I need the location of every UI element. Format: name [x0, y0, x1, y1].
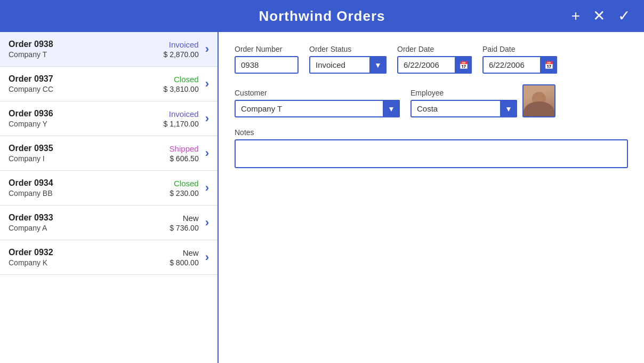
- order-info: Order 0936 Company Y: [9, 109, 164, 128]
- order-date-group: Order Date 📅: [397, 45, 472, 74]
- employee-select-wrapper: Costa ▼: [410, 100, 517, 117]
- paid-date-wrapper: 📅: [482, 56, 557, 74]
- order-chevron-icon[interactable]: ›: [205, 216, 209, 230]
- order-amount: $ 800.00: [170, 258, 199, 267]
- order-company: Company Y: [9, 120, 164, 128]
- close-button[interactable]: ✕: [590, 7, 608, 25]
- order-status-select-wrapper: NewInvoicedShippedClosed ▼: [309, 56, 387, 74]
- order-amount: $ 1,170.00: [164, 120, 199, 128]
- order-info: Order 0932 Company K: [9, 248, 170, 267]
- order-status: Shipped: [170, 144, 199, 153]
- order-chevron-icon[interactable]: ›: [205, 181, 209, 195]
- employee-label: Employee: [410, 89, 517, 97]
- order-number-group: Order Number: [235, 45, 299, 74]
- employee-select[interactable]: Costa: [410, 100, 517, 117]
- order-company: Company I: [9, 154, 170, 163]
- order-list-item[interactable]: Order 0932 Company K New $ 800.00 ›: [0, 240, 218, 275]
- order-chevron-icon[interactable]: ›: [205, 250, 209, 264]
- order-status: Invoiced: [169, 40, 199, 49]
- paid-date-label: Paid Date: [482, 45, 557, 53]
- order-number-label: Order Number: [235, 45, 299, 53]
- order-info: Order 0933 Company A: [9, 213, 170, 232]
- order-date-label: Order Date: [397, 45, 472, 53]
- order-company: Company T: [9, 50, 164, 59]
- order-name: Order 0934: [9, 178, 170, 188]
- paid-date-group: Paid Date 📅: [482, 45, 557, 74]
- main-content: Order 0938 Company T Invoiced $ 2,870.00…: [0, 32, 644, 363]
- notes-textarea[interactable]: [235, 139, 628, 168]
- order-info: Order 0938 Company T: [9, 40, 164, 59]
- order-status: New: [183, 214, 199, 223]
- order-right: Closed $ 230.00: [170, 179, 199, 198]
- confirm-button[interactable]: ✓: [615, 7, 633, 25]
- order-chevron-icon[interactable]: ›: [205, 112, 209, 125]
- order-list-item[interactable]: Order 0936 Company Y Invoiced $ 1,170.00…: [0, 101, 218, 136]
- order-chevron-icon[interactable]: ›: [205, 42, 209, 56]
- order-name: Order 0933: [9, 213, 170, 223]
- order-name: Order 0936: [9, 109, 164, 119]
- employee-select-group: Employee Costa ▼: [410, 89, 517, 117]
- employee-photo: [522, 84, 556, 117]
- order-name: Order 0938: [9, 40, 164, 49]
- order-right: New $ 736.00: [170, 214, 199, 232]
- form-row-2: Customer Company TCompany CCCompany YCom…: [235, 84, 628, 117]
- order-company: Company BB: [9, 189, 170, 198]
- customer-group: Customer Company TCompany CCCompany YCom…: [235, 89, 400, 117]
- order-name: Order 0937: [9, 74, 164, 84]
- order-company: Company A: [9, 224, 170, 232]
- app-title: Northwind Orders: [259, 8, 385, 25]
- customer-select-wrapper: Company TCompany CCCompany YCompany ICom…: [235, 100, 400, 117]
- notes-label: Notes: [235, 128, 628, 137]
- order-status: New: [183, 248, 199, 257]
- order-chevron-icon[interactable]: ›: [205, 146, 209, 160]
- order-list-item[interactable]: Order 0935 Company I Shipped $ 606.50 ›: [0, 136, 218, 171]
- order-chevron-icon[interactable]: ›: [205, 77, 209, 91]
- employee-photo-img: [524, 85, 554, 116]
- order-list-item[interactable]: Order 0938 Company T Invoiced $ 2,870.00…: [0, 32, 218, 67]
- order-company: Company CC: [9, 85, 164, 93]
- app-container: Northwind Orders + ✕ ✓ Order 0938 Compan…: [0, 0, 644, 363]
- order-status: Invoiced: [169, 109, 199, 119]
- order-status-label: Order Status: [309, 45, 387, 53]
- add-button[interactable]: +: [568, 7, 583, 25]
- order-date-calendar-icon[interactable]: 📅: [455, 56, 472, 74]
- order-info: Order 0937 Company CC: [9, 74, 164, 93]
- order-company: Company K: [9, 258, 170, 267]
- order-right: Closed $ 3,810.00: [164, 75, 199, 93]
- order-info: Order 0934 Company BB: [9, 178, 170, 198]
- order-status-group: Order Status NewInvoicedShippedClosed ▼: [309, 45, 387, 74]
- order-date-wrapper: 📅: [397, 56, 472, 74]
- order-status: Closed: [174, 179, 199, 188]
- order-right: Invoiced $ 2,870.00: [164, 40, 199, 59]
- order-list-item[interactable]: Order 0937 Company CC Closed $ 3,810.00 …: [0, 67, 218, 101]
- header-actions: + ✕ ✓: [568, 7, 633, 25]
- customer-select[interactable]: Company TCompany CCCompany YCompany ICom…: [235, 100, 400, 117]
- order-number-input[interactable]: [235, 56, 299, 74]
- customer-label: Customer: [235, 89, 400, 97]
- order-name: Order 0935: [9, 144, 170, 153]
- order-info: Order 0935 Company I: [9, 144, 170, 163]
- detail-panel: Order Number Order Status NewInvoicedShi…: [219, 32, 644, 363]
- order-list-item[interactable]: Order 0933 Company A New $ 736.00 ›: [0, 206, 218, 240]
- order-right: Shipped $ 606.50: [170, 144, 199, 163]
- order-status: Closed: [174, 75, 199, 84]
- notes-group: Notes: [235, 128, 628, 168]
- order-right: Invoiced $ 1,170.00: [164, 109, 199, 128]
- app-header: Northwind Orders + ✕ ✓: [0, 0, 644, 32]
- employee-group: Employee Costa ▼: [410, 84, 556, 117]
- order-amount: $ 2,870.00: [164, 50, 199, 59]
- order-status-select[interactable]: NewInvoicedShippedClosed: [309, 56, 387, 74]
- order-right: New $ 800.00: [170, 248, 199, 267]
- order-name: Order 0932: [9, 248, 170, 257]
- paid-date-calendar-icon[interactable]: 📅: [540, 56, 557, 74]
- form-row-1: Order Number Order Status NewInvoicedShi…: [235, 45, 628, 74]
- order-amount: $ 606.50: [170, 154, 199, 163]
- order-amount: $ 736.00: [170, 224, 199, 232]
- order-amount: $ 3,810.00: [164, 85, 199, 93]
- order-list-panel: Order 0938 Company T Invoiced $ 2,870.00…: [0, 32, 219, 363]
- order-amount: $ 230.00: [170, 189, 199, 198]
- order-list-item[interactable]: Order 0934 Company BB Closed $ 230.00 ›: [0, 171, 218, 206]
